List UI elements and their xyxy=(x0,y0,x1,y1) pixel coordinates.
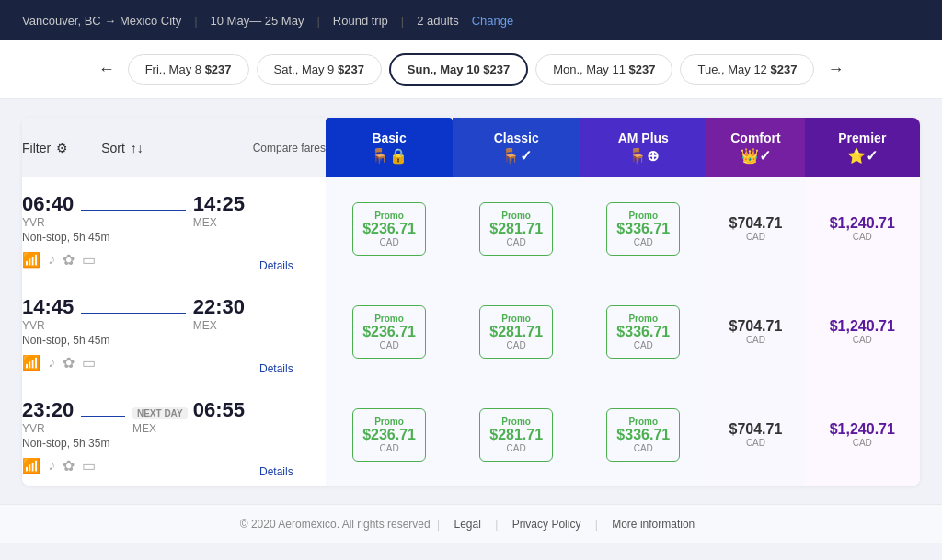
dep-code-2: YVR xyxy=(22,422,74,435)
price-amount-classic-0: $281.71 xyxy=(486,221,546,237)
price-cell-amplus-1[interactable]: Promo $336.71 CAD xyxy=(580,280,706,383)
currency-basic-2: CAD xyxy=(359,443,419,453)
price-cell-comfort-1[interactable]: $704.71 CAD xyxy=(706,280,804,383)
amplus-class-name: AM Plus xyxy=(587,131,699,145)
amplus-col-header: AM Plus 🪑⊕ xyxy=(580,118,706,177)
departure-time-2: 23:20 xyxy=(22,398,74,421)
price-cell-premier-1[interactable]: $1,240.71 CAD xyxy=(805,280,920,383)
price-cell-comfort-2[interactable]: $704.71 CAD xyxy=(706,383,804,486)
date-button-tue-may12[interactable]: Tue., May 12 $237 xyxy=(680,54,814,85)
plain-currency-premier-0: CAD xyxy=(812,232,913,242)
plain-currency-comfort-0: CAD xyxy=(714,232,797,242)
comfort-col-header: Comfort 👑✓ xyxy=(706,118,804,177)
filter-icon: ⚙ xyxy=(56,141,68,155)
music-icon-2: ♪ xyxy=(48,457,55,474)
price-cell-basic-2[interactable]: Promo $236.71 CAD xyxy=(326,383,453,486)
price-amount-amplus-0: $336.71 xyxy=(613,221,673,237)
price-plain-box-premier-2[interactable]: $1,240.71 CAD xyxy=(812,421,913,448)
price-plain-box-comfort-2[interactable]: $704.71 CAD xyxy=(714,421,797,448)
nav-separator-2: | xyxy=(316,14,319,28)
price-cell-amplus-2[interactable]: Promo $336.71 CAD xyxy=(580,383,706,486)
comfort-class-icon: 👑✓ xyxy=(714,147,797,165)
details-link-0[interactable]: Details xyxy=(259,259,318,272)
filter-sort-header: Filter ⚙ Sort ↑↓ xyxy=(22,118,252,177)
basic-class-name: Basic xyxy=(333,131,445,145)
dep-code-0: YVR xyxy=(22,216,74,229)
price-box-amplus-2[interactable]: Promo $336.71 CAD xyxy=(606,408,680,462)
departure-time-0: 06:40 xyxy=(22,192,74,215)
date-selector: ← Fri., May 8 $237 Sat., May 9 $237 Sun.… xyxy=(0,40,942,99)
price-cell-amplus-0[interactable]: Promo $336.71 CAD xyxy=(580,177,706,280)
details-cell-0: Details xyxy=(252,177,326,280)
arr-code-1: MEX xyxy=(193,319,245,332)
date-button-fri-may8[interactable]: Fri., May 8 $237 xyxy=(128,54,249,85)
date-button-sun-may10[interactable]: Sun., May 10 $237 xyxy=(389,53,528,86)
price-box-classic-1[interactable]: Promo $281.71 CAD xyxy=(479,305,553,359)
arr-code-0: MEX xyxy=(193,216,245,229)
price-plain-box-comfort-0[interactable]: $704.71 CAD xyxy=(714,215,797,242)
price-box-amplus-1[interactable]: Promo $336.71 CAD xyxy=(606,305,680,359)
compare-fares-header: Compare fares xyxy=(252,118,326,177)
change-link[interactable]: Change xyxy=(472,14,514,28)
price-amount-classic-2: $281.71 xyxy=(486,427,546,443)
next-date-button[interactable]: → xyxy=(821,54,849,85)
footer-more-link[interactable]: More information xyxy=(612,518,695,531)
promo-label-basic-0: Promo xyxy=(359,211,419,221)
price-cell-basic-0[interactable]: Promo $236.71 CAD xyxy=(326,177,453,280)
price-box-classic-2[interactable]: Promo $281.71 CAD xyxy=(479,408,553,462)
sort-button[interactable]: Sort ↑↓ xyxy=(101,141,144,155)
date-button-mon-may11[interactable]: Mon., May 11 $237 xyxy=(535,54,672,85)
price-cell-premier-0[interactable]: $1,240.71 CAD xyxy=(805,177,920,280)
flight-duration-0: Non-stop, 5h 45m xyxy=(22,231,245,244)
departure-time-1: 14:45 xyxy=(22,295,74,318)
classic-class-icon: 🪑✓ xyxy=(460,147,572,165)
flight-info-cell-2: 23:20 YVR NEXT DAY 06:55 MEX Non-stop, 5… xyxy=(22,383,252,486)
price-cell-premier-2[interactable]: $1,240.71 CAD xyxy=(805,383,920,486)
route-text: Vancouver, BC → Mexico City xyxy=(22,14,181,28)
plain-amount-comfort-1: $704.71 xyxy=(714,318,797,335)
price-cell-comfort-0[interactable]: $704.71 CAD xyxy=(706,177,804,280)
price-cell-classic-2[interactable]: Promo $281.71 CAD xyxy=(453,383,580,486)
details-link-2[interactable]: Details xyxy=(259,465,318,478)
flight-amenities-0: 📶 ♪ ✿ ▭ xyxy=(22,251,245,269)
price-box-basic-1[interactable]: Promo $236.71 CAD xyxy=(352,305,426,359)
results-table-wrapper: Filter ⚙ Sort ↑↓ Compare fares xyxy=(22,118,920,486)
plain-amount-premier-2: $1,240.71 xyxy=(812,421,913,438)
premier-class-name: Premier xyxy=(812,131,913,145)
flight-info-cell-0: 06:40 YVR 14:25 MEX Non-stop, 5h 45m 📶 ♪… xyxy=(22,177,252,280)
basic-col-header: Basic 🪑🔒 xyxy=(326,118,453,177)
screen-icon-1: ▭ xyxy=(82,354,96,371)
price-cell-classic-1[interactable]: Promo $281.71 CAD xyxy=(453,280,580,383)
price-cell-basic-1[interactable]: Promo $236.71 CAD xyxy=(326,280,453,383)
date-button-sat-may9[interactable]: Sat., May 9 $237 xyxy=(257,54,382,85)
basic-class-icon: 🪑🔒 xyxy=(333,147,445,165)
plain-amount-comfort-2: $704.71 xyxy=(714,421,797,438)
dep-code-1: YVR xyxy=(22,319,74,332)
price-box-basic-0[interactable]: Promo $236.71 CAD xyxy=(352,202,426,256)
price-plain-box-premier-0[interactable]: $1,240.71 CAD xyxy=(812,215,913,242)
price-box-amplus-0[interactable]: Promo $336.71 CAD xyxy=(606,202,680,256)
dates-text: 10 May— 25 May xyxy=(211,14,304,28)
plain-currency-premier-1: CAD xyxy=(812,335,913,345)
price-cell-classic-0[interactable]: Promo $281.71 CAD xyxy=(453,177,580,280)
prev-date-button[interactable]: ← xyxy=(93,54,121,85)
details-link-1[interactable]: Details xyxy=(259,362,318,375)
arrival-time-2: 06:55 xyxy=(193,398,245,421)
filter-label: Filter xyxy=(22,141,51,155)
footer-copyright: © 2020 Aeroméxico. All rights reserved xyxy=(240,518,431,531)
price-amount-amplus-2: $336.71 xyxy=(613,427,673,443)
price-box-basic-2[interactable]: Promo $236.71 CAD xyxy=(352,408,426,462)
footer-legal-link[interactable]: Legal xyxy=(454,518,481,531)
currency-basic-0: CAD xyxy=(359,237,419,247)
currency-classic-0: CAD xyxy=(486,237,546,247)
currency-classic-2: CAD xyxy=(486,443,546,453)
price-box-classic-0[interactable]: Promo $281.71 CAD xyxy=(479,202,553,256)
promo-label-amplus-2: Promo xyxy=(613,417,673,427)
currency-basic-1: CAD xyxy=(359,340,419,350)
price-plain-box-premier-1[interactable]: $1,240.71 CAD xyxy=(812,318,913,345)
filter-button[interactable]: Filter ⚙ xyxy=(22,141,68,155)
price-plain-box-comfort-1[interactable]: $704.71 CAD xyxy=(714,318,797,345)
price-amount-basic-1: $236.71 xyxy=(359,324,419,340)
footer-privacy-link[interactable]: Privacy Policy xyxy=(512,518,581,531)
seat-icon-2: ✿ xyxy=(63,457,75,474)
